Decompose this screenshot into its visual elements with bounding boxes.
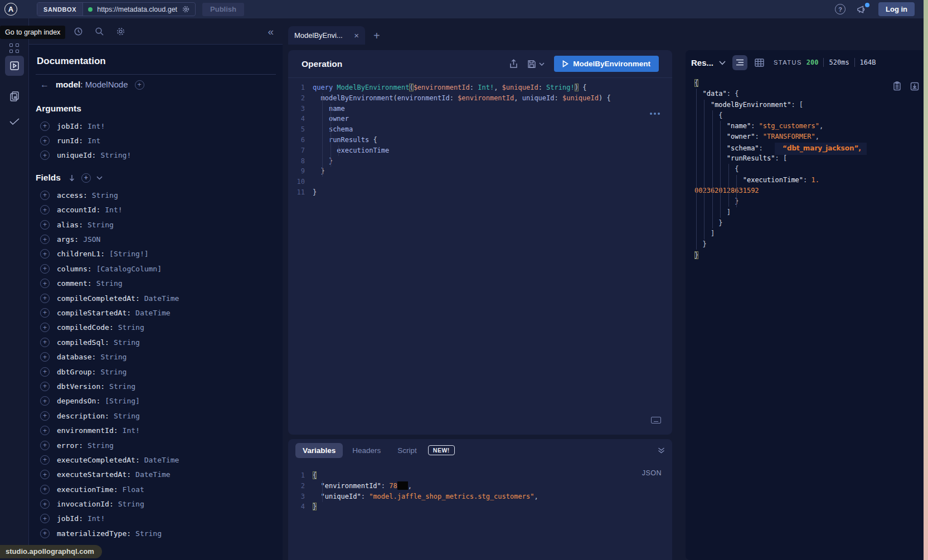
sandbox-badge[interactable]: SANDBOX bbox=[37, 3, 83, 16]
operation-collections-icon[interactable] bbox=[8, 90, 21, 103]
history-icon[interactable] bbox=[74, 27, 83, 36]
add-field-button[interactable]: + bbox=[40, 367, 50, 377]
sort-fields-icon[interactable] bbox=[68, 174, 76, 182]
operation-tab[interactable]: ModelByEnvi... × bbox=[288, 26, 365, 45]
settings-gear-icon[interactable] bbox=[116, 27, 125, 36]
add-field-button[interactable]: + bbox=[40, 382, 50, 391]
tab-variables[interactable]: Variables bbox=[295, 443, 343, 458]
add-field-button[interactable]: + bbox=[40, 150, 50, 160]
add-field-button[interactable]: + bbox=[40, 279, 50, 288]
add-fields-caret-icon[interactable] bbox=[96, 176, 103, 180]
publish-button[interactable]: Publish bbox=[202, 3, 244, 16]
operation-more-menu-icon[interactable] bbox=[650, 113, 660, 115]
search-icon[interactable] bbox=[95, 27, 104, 36]
add-model-field-button[interactable]: + bbox=[135, 80, 144, 90]
close-tab-icon[interactable]: × bbox=[354, 31, 359, 40]
code-line: 8 } bbox=[288, 156, 672, 167]
response-chevron-down-icon[interactable] bbox=[719, 61, 726, 65]
checklist-icon[interactable] bbox=[8, 117, 21, 126]
add-field-button[interactable]: + bbox=[40, 470, 50, 479]
code-line: 4} bbox=[288, 501, 672, 512]
add-all-fields-button[interactable]: + bbox=[81, 173, 91, 183]
apollo-logo[interactable]: A bbox=[4, 3, 17, 16]
add-field-button[interactable]: + bbox=[40, 411, 50, 421]
operation-editor[interactable]: 1query ModelByEnvironment($environmentId… bbox=[288, 78, 672, 435]
add-field-button[interactable]: + bbox=[40, 264, 50, 274]
add-field-button[interactable]: + bbox=[40, 294, 50, 303]
field-type-link[interactable]: [String!] bbox=[109, 250, 148, 258]
field-type-link[interactable]: String bbox=[92, 191, 118, 199]
add-field-button[interactable]: + bbox=[40, 514, 50, 523]
field-type-link[interactable]: DateTime bbox=[135, 470, 171, 479]
field-type-link[interactable]: ModelNode bbox=[85, 80, 128, 89]
add-field-button[interactable]: + bbox=[40, 308, 50, 318]
collapse-variables-icon[interactable] bbox=[658, 447, 665, 454]
add-field-button[interactable]: + bbox=[40, 235, 50, 244]
copy-response-icon[interactable] bbox=[893, 81, 901, 91]
add-field-button[interactable]: + bbox=[40, 396, 50, 406]
save-caret-icon[interactable] bbox=[539, 62, 545, 66]
field-type-link[interactable]: [String] bbox=[105, 397, 140, 405]
add-field-button[interactable]: + bbox=[40, 352, 50, 362]
field-type-link[interactable]: String! bbox=[100, 151, 131, 159]
field-type-link[interactable]: String bbox=[96, 279, 123, 288]
field-type-link[interactable]: Int bbox=[88, 137, 100, 145]
response-table-view-toggle[interactable] bbox=[755, 59, 764, 67]
tab-headers[interactable]: Headers bbox=[345, 446, 388, 455]
collapse-docs-icon[interactable]: « bbox=[268, 26, 274, 37]
field-type-link[interactable]: Int! bbox=[88, 122, 105, 130]
download-response-icon[interactable] bbox=[910, 81, 919, 91]
response-tree-view-toggle[interactable] bbox=[732, 55, 747, 70]
field-type-link[interactable]: String bbox=[100, 368, 127, 376]
add-field-button[interactable]: + bbox=[40, 205, 50, 215]
add-field-button[interactable]: + bbox=[40, 191, 50, 200]
field-type-link[interactable]: Int! bbox=[123, 426, 140, 435]
field-type-link[interactable]: String bbox=[118, 500, 144, 508]
add-field-button[interactable]: + bbox=[40, 338, 50, 347]
keyboard-shortcuts-icon[interactable] bbox=[651, 417, 661, 423]
add-field-button[interactable]: + bbox=[40, 485, 50, 494]
field-row: +access:String bbox=[36, 188, 274, 202]
field-type-link[interactable]: String bbox=[88, 441, 114, 450]
field-type-link[interactable]: Int! bbox=[105, 206, 122, 214]
field-type-link[interactable]: String bbox=[118, 323, 144, 332]
add-field-button[interactable]: + bbox=[40, 426, 50, 435]
add-field-button[interactable]: + bbox=[40, 249, 50, 259]
add-field-button[interactable]: + bbox=[40, 136, 50, 145]
graph-index-icon[interactable] bbox=[9, 43, 20, 53]
run-operation-button[interactable]: ModelByEnvironment bbox=[554, 56, 659, 72]
connection-settings-gear-icon[interactable] bbox=[182, 5, 190, 13]
field-type-link[interactable]: Int! bbox=[88, 514, 105, 523]
field-type-link[interactable]: Float bbox=[123, 485, 144, 494]
share-operation-icon[interactable] bbox=[509, 59, 518, 69]
variables-editor[interactable]: JSON 1{2 "environmentId": 78,3 "uniqueId… bbox=[288, 461, 672, 512]
tab-script[interactable]: Script bbox=[390, 446, 424, 455]
explorer-nav-item[interactable] bbox=[5, 56, 24, 76]
add-field-button[interactable]: + bbox=[40, 441, 50, 450]
add-field-button[interactable]: + bbox=[40, 499, 50, 509]
field-type-link[interactable]: DateTime bbox=[144, 294, 179, 303]
help-icon[interactable]: ? bbox=[835, 4, 846, 14]
field-type-link[interactable]: String bbox=[100, 353, 127, 361]
announcements-megaphone-icon[interactable] bbox=[856, 4, 868, 14]
field-type-link[interactable]: String bbox=[114, 338, 140, 347]
field-type-link[interactable]: String bbox=[135, 529, 162, 538]
login-button[interactable]: Log in bbox=[878, 2, 915, 16]
field-type-link[interactable]: [CatalogColumn] bbox=[96, 265, 162, 273]
field-type-link[interactable]: DateTime bbox=[135, 309, 171, 317]
field-type-link[interactable]: String bbox=[114, 412, 140, 420]
field-name: comment: bbox=[57, 279, 92, 288]
endpoint-url-input[interactable]: https://metadata.cloud.get bbox=[83, 3, 195, 16]
save-operation-icon[interactable] bbox=[527, 60, 536, 69]
field-type-link[interactable]: DateTime bbox=[144, 456, 179, 464]
new-tab-button[interactable]: + bbox=[373, 30, 380, 41]
add-field-button[interactable]: + bbox=[40, 455, 50, 465]
back-arrow-icon[interactable]: ← bbox=[40, 80, 49, 90]
add-field-button[interactable]: + bbox=[40, 529, 50, 538]
field-type-link[interactable]: String bbox=[88, 221, 114, 229]
field-type-link[interactable]: String bbox=[109, 382, 135, 391]
add-field-button[interactable]: + bbox=[40, 323, 50, 332]
add-field-button[interactable]: + bbox=[40, 121, 50, 131]
add-field-button[interactable]: + bbox=[40, 220, 50, 230]
field-type-link[interactable]: JSON bbox=[83, 235, 100, 244]
